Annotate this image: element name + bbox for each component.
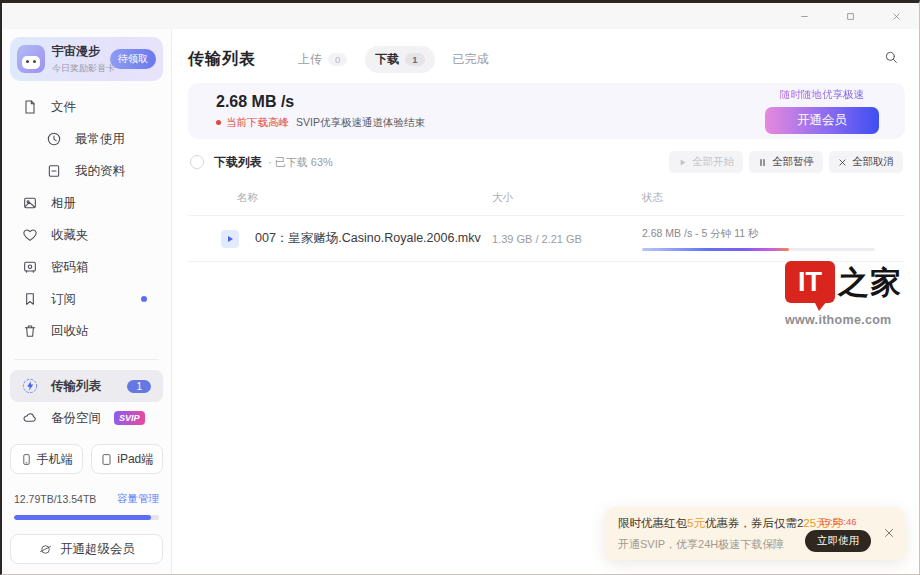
device-button-label: iPad端 [117,451,153,468]
device-button-label: 手机端 [37,451,73,468]
sidebar-item-files[interactable]: 文件 [10,91,163,123]
storage-progress-fill [14,515,151,520]
pause-all-button[interactable]: 全部暂停 [749,151,823,173]
play-icon [226,235,234,243]
transfer-count-badge: 1 [127,380,151,393]
sidebar-item-label: 收藏夹 [51,227,89,244]
storage-manage-link[interactable]: 容量管理 [117,492,159,506]
sidebar-divider [14,359,159,360]
sidebar-item-backup-space[interactable]: 备份空间 SVIP [10,402,163,434]
storage-section: 12.79TB/13.54TB 容量管理 [10,492,163,520]
cancel-icon [838,158,847,167]
open-vip-button[interactable]: 开通会员 [765,107,879,134]
sidebar-item-recycle-bin[interactable]: 回收站 [10,315,163,347]
cancel-all-button[interactable]: 全部取消 [829,151,903,173]
claim-reward-button[interactable]: 待领取 [110,49,156,69]
toast-close-button[interactable] [883,525,895,543]
sidebar-item-label: 我的资料 [75,163,125,180]
speed-alert: 当前下载高峰 SVIP优享极速通道体验结束 [216,116,425,130]
planet-icon [38,542,53,557]
upgrade-button-label: 开通超级会员 [60,541,135,558]
main-header: 传输列表 上传 0 下载 1 已完成 [188,29,905,83]
file-name: 007：皇家赌场.Casino.Royale.2006.mkv [237,230,492,247]
ithome-logo-icon: IT [785,261,835,303]
promo-subline: 开通SVIP，优享24H极速下载保障 [618,537,803,552]
avatar [17,45,45,73]
bookmark-icon [22,291,38,307]
storage-progress-bar [14,515,159,520]
sidebar-item-transfer-list[interactable]: 传输列表 1 [10,370,163,402]
alert-text: 当前下载高峰 [226,116,289,130]
column-size: 大小 [492,191,642,205]
countdown-timer: 15:53:46 [820,516,857,527]
photo-icon [22,195,38,211]
ithome-watermark: IT 之家 www.ithome.com [785,261,907,327]
sidebar-item-label: 订阅 [51,291,76,308]
sidebar-item-albums[interactable]: 相册 [10,187,163,219]
mobile-app-button[interactable]: 手机端 [10,444,83,474]
list-progress-note: 已下载 63% [268,155,333,170]
device-buttons: 手机端 iPad端 [10,444,163,474]
sidebar-menu: 文件 最常使用 我的资料 相册 收藏夹 [10,91,163,347]
sidebar-item-label: 相册 [51,195,76,212]
sidebar-item-label: 回收站 [51,323,89,340]
download-row[interactable]: 007：皇家赌场.Casino.Royale.2006.mkv 1.39 GB … [188,216,905,262]
use-coupon-button[interactable]: 立即使用 [805,530,871,552]
sidebar-item-my-data[interactable]: 我的资料 [10,155,163,187]
alert-detail: SVIP优享极速通道体验结束 [296,116,425,130]
select-all-checkbox[interactable] [190,155,204,169]
cloud-icon [22,410,38,426]
sidebar: 宇宙漫步 今日奖励影音卡 待领取 文件 最常使用 我的资料 [2,29,172,574]
search-icon [883,49,899,65]
sidebar-item-subscriptions[interactable]: 订阅 [10,283,163,315]
tab-download[interactable]: 下载 1 [365,46,434,73]
promo-headline: 限时优惠红包5元优惠券，券后仅需225元/月 [618,516,803,531]
action-label: 全部暂停 [772,155,814,169]
svip-badge: SVIP [114,411,145,425]
search-button[interactable] [883,49,899,69]
tablet-icon [100,453,113,466]
profile-subtitle: 今日奖励影音卡 [52,62,103,75]
promo-toast: 限时优惠红包5元优惠券，券后仅需225元/月 开通SVIP，优享24H极速下载保… [605,507,905,560]
close-icon [891,11,902,22]
sidebar-item-label: 备份空间 [51,410,101,427]
sidebar-item-label: 文件 [51,99,76,116]
phone-icon [20,453,33,466]
tab-download-count: 1 [405,53,424,66]
minimize-button[interactable] [781,3,827,29]
list-title: 下载列表 [214,154,262,171]
column-name: 名称 [237,191,492,205]
file-size: 1.39 GB / 2.21 GB [492,233,642,245]
close-button[interactable] [873,3,919,29]
table-header: 名称 大小 状态 [188,185,905,216]
sidebar-item-favorites[interactable]: 收藏夹 [10,219,163,251]
download-progress-fill [642,248,789,251]
start-all-button[interactable]: 全部开始 [669,151,743,173]
alert-dot [216,120,221,125]
heart-icon [22,227,38,243]
maximize-icon [845,11,856,22]
main-content: 传输列表 上传 0 下载 1 已完成 [172,29,919,574]
file-icon [22,99,38,115]
sidebar-item-label: 传输列表 [51,378,101,395]
pause-icon [758,158,767,167]
profile-card[interactable]: 宇宙漫步 今日奖励影音卡 待领取 [10,37,163,81]
list-toolbar: 下载列表 已下载 63% 全部开始 全部暂停 全部取消 [188,139,905,185]
play-icon [678,158,687,167]
sidebar-item-label: 密码箱 [51,259,89,276]
minimize-icon [799,11,810,22]
tab-upload[interactable]: 上传 0 [288,46,357,73]
ipad-app-button[interactable]: iPad端 [91,444,164,474]
sidebar-item-password-box[interactable]: 密码箱 [10,251,163,283]
tab-completed[interactable]: 已完成 [443,46,499,73]
lightning-icon [22,378,38,394]
maximize-button[interactable] [827,3,873,29]
column-status: 状态 [642,191,905,205]
status-cell: 2.68 MB /s - 5 分钟 11 秒 [642,227,905,251]
tab-label: 已完成 [453,51,489,68]
titlebar [2,3,919,29]
tab-upload-count: 0 [328,53,347,66]
upgrade-super-vip-button[interactable]: 开通超级会员 [10,534,163,564]
vip-promo-text: 随时随地优享极速 [765,88,879,102]
sidebar-item-recent[interactable]: 最常使用 [10,123,163,155]
